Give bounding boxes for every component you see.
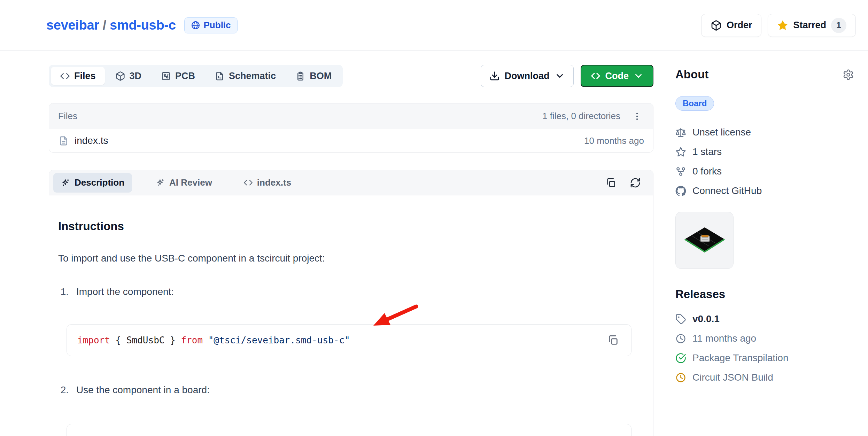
public-badge: Public	[184, 17, 238, 33]
chevron-down-icon	[633, 71, 644, 81]
refresh-button[interactable]	[628, 176, 643, 190]
files-card-header: Files 1 files, 0 directories	[49, 103, 653, 129]
tab-schematic-label: Schematic	[229, 71, 276, 81]
release-age-row: 11 months ago	[675, 329, 856, 348]
releases-title: Releases	[675, 288, 856, 301]
starred-button[interactable]: Starred 1	[768, 14, 856, 37]
files-card-title: Files	[58, 111, 77, 122]
tab-pcb[interactable]: PCB	[152, 67, 204, 85]
meta-stars-label: 1 stars	[692, 146, 722, 157]
intro-text: To import and use the USB-C component in…	[58, 252, 644, 264]
description-card-header: Description AI Review index.ts	[49, 170, 653, 195]
file-updated: 10 months ago	[584, 135, 644, 146]
tab-description-label: Description	[75, 177, 124, 188]
view-tabstrip: Files 3D PCB	[49, 65, 343, 87]
meta-license: Unset license	[675, 123, 856, 142]
main-column: Files 3D PCB	[49, 65, 653, 436]
tab-files[interactable]: Files	[51, 67, 105, 85]
code-line: import { SmdUsbC } from "@tsci/seveibar.…	[77, 335, 350, 345]
file-name: index.ts	[75, 135, 108, 146]
tab-schematic[interactable]: Schematic	[206, 67, 285, 85]
release-version-link[interactable]: v0.0.1	[692, 313, 720, 325]
copy-icon	[607, 334, 619, 346]
code-brackets-icon	[243, 178, 253, 187]
tab-index-ts[interactable]: index.ts	[236, 173, 299, 193]
files-summary: 1 files, 0 directories	[542, 111, 620, 122]
board-badge[interactable]: Board	[675, 96, 714, 111]
repo-owner-link[interactable]: seveibar	[46, 18, 99, 32]
about-title: About	[675, 68, 708, 81]
settings-button[interactable]	[840, 67, 856, 82]
file-row[interactable]: index.ts 10 months ago	[49, 129, 653, 152]
release-version-row: v0.0.1	[675, 309, 856, 329]
gear-icon	[843, 69, 854, 80]
pcb-icon	[161, 71, 171, 81]
step-2-text: Use the component in a board:	[76, 384, 210, 396]
cube-icon	[115, 71, 125, 81]
meta-forks-label: 0 forks	[692, 166, 722, 177]
step-2: 2. Use the component in a board:	[58, 384, 644, 396]
description-body: Instructions To import and use the USB-C…	[49, 220, 653, 436]
code-button-label: Code	[605, 71, 629, 81]
description-card: Description AI Review index.ts	[49, 170, 653, 436]
files-menu-button[interactable]	[630, 109, 644, 123]
connect-github-link[interactable]: Connect GitHub	[675, 181, 856, 201]
release-age-label: 11 months ago	[692, 333, 756, 344]
fork-icon	[675, 166, 686, 177]
breadcrumb: seveibar/smd-usb-c	[46, 18, 176, 33]
file-text-icon	[58, 135, 69, 146]
tab-description[interactable]: Description	[53, 173, 132, 193]
code-keyword-from: from	[181, 335, 203, 345]
download-icon	[489, 71, 500, 81]
tab-bom[interactable]: BOM	[286, 67, 341, 85]
build-status-transpilation-label: Package Transpilation	[692, 352, 789, 364]
step-1-text: Import the component:	[76, 286, 174, 298]
copy-code-button[interactable]	[605, 333, 621, 348]
github-icon	[675, 186, 686, 196]
connect-github-label: Connect GitHub	[692, 185, 762, 196]
clock-icon	[675, 333, 686, 344]
meta-license-label: Unset license	[692, 127, 751, 138]
step-1: 1. Import the component:	[58, 286, 644, 298]
files-card: Files 1 files, 0 directories	[49, 103, 653, 153]
scale-icon	[675, 127, 686, 138]
instructions-heading: Instructions	[58, 220, 644, 233]
clipboard-icon	[295, 71, 305, 81]
tab-3d[interactable]: 3D	[106, 67, 151, 85]
code-brackets-icon	[60, 71, 70, 81]
repo-name-link[interactable]: smd-usb-c	[110, 18, 176, 32]
code-module-string: "@tsci/seveibar.smd-usb-c"	[208, 335, 350, 345]
order-button-label: Order	[727, 20, 752, 31]
code-button[interactable]: Code	[581, 65, 654, 87]
code-line-board: <board>	[77, 435, 116, 436]
sidebar: About Board Unset license	[675, 51, 856, 387]
download-button[interactable]: Download	[481, 65, 574, 87]
tag-icon	[675, 314, 686, 325]
kebab-icon	[632, 111, 642, 121]
step-2-number: 2.	[58, 384, 69, 396]
copy-description-button[interactable]	[604, 176, 618, 190]
star-icon	[777, 20, 788, 31]
download-button-label: Download	[505, 71, 550, 81]
pcb-3d-preview	[682, 221, 727, 259]
tab-3d-label: 3D	[130, 71, 142, 81]
copy-code-button[interactable]	[605, 435, 621, 436]
board-thumbnail[interactable]	[675, 212, 734, 269]
order-button[interactable]: Order	[701, 14, 762, 37]
step-1-number: 1.	[58, 286, 69, 298]
build-status-circuit-json: Circuit JSON Build	[675, 368, 856, 387]
tab-ai-review[interactable]: AI Review	[148, 173, 220, 193]
top-header: seveibar/smd-usb-c Public Order	[0, 0, 868, 51]
code-block-import: import { SmdUsbC } from "@tsci/seveibar.…	[67, 324, 631, 356]
star-outline-icon	[675, 147, 686, 157]
breadcrumb-slash: /	[99, 18, 110, 32]
build-status-circuit-json-label: Circuit JSON Build	[692, 372, 773, 383]
clock-pending-icon	[675, 372, 686, 383]
check-circle-icon	[675, 353, 686, 364]
sparkles-icon	[156, 178, 165, 187]
public-badge-label: Public	[204, 20, 231, 31]
star-count-badge: 1	[831, 18, 846, 33]
tab-ai-review-label: AI Review	[169, 177, 212, 188]
refresh-icon	[630, 177, 641, 188]
code-block-board: <board>	[67, 424, 631, 436]
